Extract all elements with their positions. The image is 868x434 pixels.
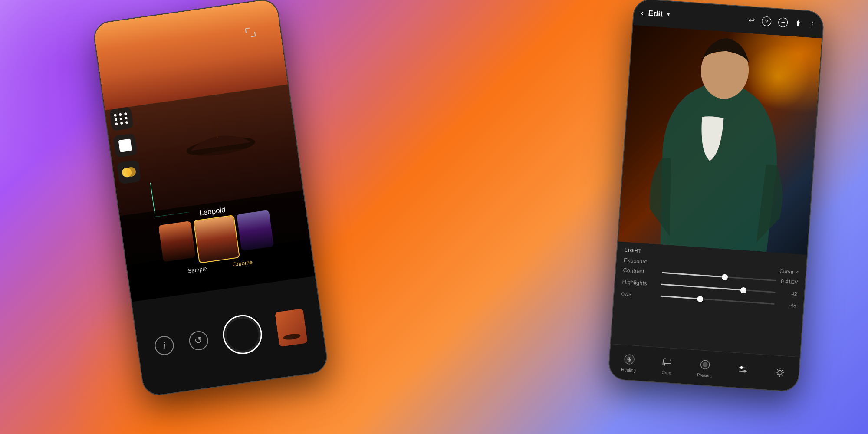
tune-tool[interactable] [736, 363, 750, 378]
crop-tool[interactable]: Crop [660, 355, 674, 375]
undo-button[interactable]: ↩ [748, 15, 755, 25]
svg-point-15 [743, 370, 746, 372]
shutter-button[interactable] [220, 312, 265, 357]
info-icon: i [162, 340, 166, 351]
crop-icon [660, 355, 674, 369]
preset-thumb-chrome[interactable] [237, 210, 274, 251]
contrast-value: 0.41EV [780, 278, 798, 285]
shutter-inner [224, 316, 261, 353]
right-photo-area [618, 25, 822, 255]
preset-thumb-leopold[interactable] [193, 215, 240, 263]
svg-point-11 [702, 362, 708, 368]
svg-line-22 [782, 375, 783, 375]
back-button[interactable]: ‹ [641, 7, 644, 17]
contrast-fill [662, 272, 725, 278]
crop-label: Crop [661, 370, 671, 375]
tune-icon [736, 363, 750, 377]
svg-line-23 [782, 370, 783, 371]
healing-icon [622, 352, 636, 366]
help-button[interactable]: ? [762, 16, 772, 26]
curve-link[interactable]: Curve ↗ [779, 268, 799, 275]
frame-button[interactable] [113, 133, 137, 158]
square-frame-icon [118, 138, 132, 152]
crop-corner-icon [243, 26, 257, 41]
svg-line-21 [777, 369, 778, 370]
exposure-label: Exposure [624, 257, 659, 266]
contrast-thumb [722, 274, 728, 280]
curve-arrow-icon: ↗ [795, 270, 799, 275]
header-left: ‹ Edit ▾ [641, 7, 670, 20]
highlights-slider[interactable] [661, 284, 776, 293]
contrast-label: Contrast [623, 266, 658, 276]
header-icons: ↩ ? + ⬆ ⋮ [748, 15, 816, 30]
left-phone-screen: Leopold Sample Chrome i ↺ [93, 0, 328, 396]
shadows-label: ows [621, 290, 656, 299]
svg-line-1 [215, 121, 218, 138]
svg-rect-5 [279, 322, 305, 345]
edit-title: Edit [648, 9, 663, 19]
right-phone-screen: ‹ Edit ▾ ↩ ? + ⬆ ⋮ [608, 0, 824, 391]
gallery-thumbnail[interactable] [275, 309, 308, 347]
blend-button[interactable] [117, 160, 141, 184]
grid-button[interactable] [109, 107, 134, 131]
preset-label-sample: Sample [187, 265, 207, 274]
shadows-value: -45 [779, 301, 796, 309]
rotate-icon: ↺ [194, 335, 203, 347]
healing-label: Healing [621, 367, 636, 373]
presets-row [151, 209, 281, 270]
shadows-thumb [697, 296, 704, 302]
preset-label-chrome: Chrome [232, 259, 253, 268]
curve-label-text: Curve [779, 268, 794, 275]
sun-icon [773, 365, 787, 379]
shadows-fill [660, 296, 700, 299]
rotate-button[interactable]: ↺ [187, 330, 209, 352]
presets-tool[interactable]: Presets [697, 358, 713, 378]
more-button[interactable]: ⋮ [808, 20, 816, 30]
svg-line-24 [777, 374, 778, 375]
share-button[interactable]: ⬆ [794, 19, 801, 29]
highlights-thumb [740, 287, 747, 293]
grid-dots-icon [114, 112, 129, 125]
healing-tool[interactable]: Healing [621, 352, 637, 373]
contrast-slider[interactable] [662, 272, 776, 281]
preset-thumb-sample[interactable] [158, 221, 195, 262]
edit-dropdown-icon[interactable]: ▾ [667, 11, 670, 17]
boat-svg [172, 98, 267, 178]
shadows-slider[interactable] [660, 296, 775, 305]
svg-point-6 [283, 333, 301, 340]
highlights-fill [661, 284, 743, 291]
left-phone: Leopold Sample Chrome i ↺ [92, 0, 329, 398]
info-button[interactable]: i [153, 335, 175, 356]
light-tool[interactable] [773, 365, 787, 381]
presets-label: Presets [697, 372, 712, 378]
highlights-label: Highlights [622, 278, 657, 287]
svg-point-13 [740, 366, 743, 368]
right-phone: ‹ Edit ▾ ↩ ? + ⬆ ⋮ [608, 0, 825, 392]
add-button[interactable]: + [778, 17, 788, 27]
svg-point-16 [778, 370, 783, 375]
presets-icon [698, 358, 712, 372]
highlights-value: 42 [779, 289, 797, 297]
preset-main-label: Leopold [199, 206, 226, 218]
person-svg [618, 25, 822, 255]
blend-circles-icon [122, 166, 137, 178]
